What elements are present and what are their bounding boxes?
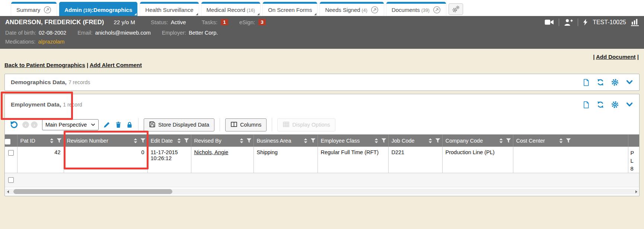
column-label: Employee Class xyxy=(321,138,372,144)
columns-button[interactable]: Columns xyxy=(225,118,267,131)
prev-perspective-button[interactable]: ‹ xyxy=(22,121,29,128)
perspective-select[interactable]: Main Perspective xyxy=(42,119,99,130)
tab-documents[interactable]: Documents(39) xyxy=(386,2,446,16)
video-camera-icon[interactable] xyxy=(545,19,554,25)
refresh-icon[interactable] xyxy=(597,101,604,108)
filter-icon[interactable] xyxy=(435,137,441,144)
cell-clipped: P L 8 xyxy=(628,147,639,173)
tab-summary[interactable]: Summary xyxy=(11,2,57,16)
column-header-cost-center[interactable]: Cost Center xyxy=(513,134,628,147)
patient-age-sex: 22 y/o M xyxy=(114,19,136,25)
popout-icon[interactable] xyxy=(371,6,379,14)
popout-icon[interactable] xyxy=(44,6,51,14)
column-header-job-code[interactable]: Job Code xyxy=(388,134,442,147)
column-header-company-code[interactable]: Company Code xyxy=(442,134,513,147)
sort-icon[interactable] xyxy=(303,137,308,144)
sort-icon[interactable] xyxy=(558,137,564,144)
tab-settings-button[interactable] xyxy=(449,3,463,15)
gear-icon[interactable] xyxy=(611,79,619,86)
tab-health-surveillance[interactable]: Health Surveillance xyxy=(140,2,198,16)
sort-icon[interactable] xyxy=(176,137,182,144)
row-checkbox[interactable] xyxy=(8,150,14,156)
select-all-checkbox-cell[interactable] xyxy=(5,134,17,147)
dob-value: 02-08-2002 xyxy=(39,30,66,36)
tab-label: Needs Signed xyxy=(325,7,360,13)
column-header-employee-class[interactable]: Employee Class xyxy=(318,134,388,147)
sort-icon[interactable] xyxy=(498,137,504,144)
display-options-button: Display Options xyxy=(277,118,335,131)
column-header-revision-number[interactable]: Revision Number xyxy=(64,134,147,147)
horizontal-scrollbar[interactable] xyxy=(5,189,639,194)
filter-icon[interactable] xyxy=(506,137,511,144)
row-checkbox-cell[interactable] xyxy=(5,147,17,173)
dob-label: Date of birth: xyxy=(5,30,36,36)
scrollbar-track[interactable] xyxy=(10,189,634,194)
esign-badge[interactable]: 3 xyxy=(258,19,266,25)
sort-icon[interactable] xyxy=(49,137,54,144)
back-to-demographics-link[interactable]: Back to Patient Demographics xyxy=(4,62,85,68)
column-label: Business Area xyxy=(257,138,301,144)
table-row[interactable]: 42 0 11-17-2015 10:26:12 Nichols, Angie … xyxy=(5,147,639,173)
column-header-business-area[interactable]: Business Area xyxy=(254,134,318,147)
filter-icon[interactable] xyxy=(184,137,189,144)
cell-job-code: D221 xyxy=(388,147,442,173)
flowsheet-chart-icon[interactable] xyxy=(631,19,639,26)
tab-admin-demographics[interactable]: Admin(19):Demographics xyxy=(59,2,137,16)
scroll-right-arrow[interactable] xyxy=(634,189,639,194)
tab-bar: Summary Admin(19):Demographics Health Su… xyxy=(0,0,644,16)
tab-needs-signed[interactable]: Needs Signed(4) xyxy=(320,2,384,16)
collapse-chevron-icon[interactable] xyxy=(626,102,633,108)
scroll-left-arrow[interactable] xyxy=(5,189,10,194)
tab-count: (19) xyxy=(83,8,92,13)
document-icon[interactable] xyxy=(583,101,590,109)
column-header-revised-by[interactable]: Revised By xyxy=(191,134,254,147)
edit-pencil-icon[interactable] xyxy=(103,121,111,128)
sort-icon[interactable] xyxy=(428,137,433,144)
select-all-checkbox[interactable] xyxy=(5,139,10,144)
collapse-chevron-icon[interactable] xyxy=(626,79,633,86)
undo-icon[interactable] xyxy=(9,121,18,129)
cell-revision-number: 0 xyxy=(64,147,147,173)
store-displayed-data-button[interactable]: Store Displayed Data xyxy=(144,118,214,131)
scrollbar-thumb[interactable] xyxy=(13,189,172,194)
add-person-icon[interactable] xyxy=(564,19,573,26)
refresh-icon[interactable] xyxy=(597,79,604,86)
delete-trash-icon[interactable] xyxy=(115,121,122,128)
perspective-selected-value: Main Perspective xyxy=(45,122,87,128)
settings-gears-icon xyxy=(452,7,460,14)
tab-medical-record[interactable]: Medical Record(16) xyxy=(201,2,260,16)
button-label: Columns xyxy=(240,122,261,128)
popout-icon[interactable] xyxy=(433,6,441,14)
revised-by-link[interactable]: Nichols, Angie xyxy=(194,149,229,155)
filter-icon[interactable] xyxy=(310,137,316,144)
filter-icon[interactable] xyxy=(246,137,252,144)
filter-icon[interactable] xyxy=(565,137,571,144)
sort-icon[interactable] xyxy=(133,137,138,144)
medications-label: Medications: xyxy=(5,39,35,45)
lightning-icon[interactable] xyxy=(583,19,588,26)
lock-icon[interactable] xyxy=(126,121,133,128)
tasks-badge[interactable]: 1 xyxy=(221,19,228,25)
column-header-edit-date[interactable]: Edit Date xyxy=(147,134,191,147)
tab-on-screen-forms[interactable]: On Screen Forms xyxy=(263,2,317,16)
footer-checkbox[interactable] xyxy=(8,177,14,183)
tab-label: Documents xyxy=(392,7,420,13)
document-icon[interactable] xyxy=(583,79,590,86)
divider xyxy=(578,19,578,26)
button-label: Display Options xyxy=(292,122,330,128)
gear-icon[interactable] xyxy=(611,101,619,108)
add-alert-comment-link[interactable]: Add Alert Comment xyxy=(90,62,142,68)
sort-icon[interactable] xyxy=(239,137,244,144)
cell-company-code: Production Line (PL) xyxy=(442,147,513,173)
filter-icon[interactable] xyxy=(381,137,387,144)
filter-icon[interactable] xyxy=(56,137,62,144)
tab-label: On Screen Forms xyxy=(268,7,312,13)
dropdown-fold-icon xyxy=(134,13,137,15)
sort-icon[interactable] xyxy=(374,137,379,144)
medications-value[interactable]: alprazolam xyxy=(38,39,64,45)
add-document-link[interactable]: Add Document xyxy=(596,54,636,60)
column-header-pat-id[interactable]: Pat ID xyxy=(17,134,64,147)
column-label: Company Code xyxy=(446,138,497,144)
next-perspective-button[interactable]: › xyxy=(31,121,38,128)
filter-icon[interactable] xyxy=(140,137,146,144)
